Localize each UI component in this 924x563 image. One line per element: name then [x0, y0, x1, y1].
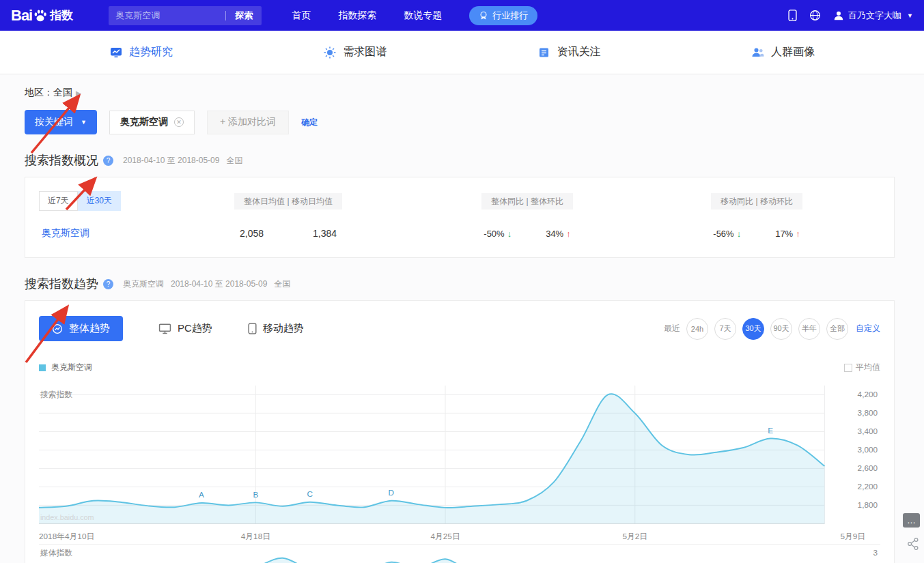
tab-overall-trend[interactable]: 整体趋势 [39, 316, 123, 341]
region-value: 全国 [53, 87, 72, 99]
average-toggle[interactable]: 平均值 [844, 362, 880, 373]
industry-ranking-button[interactable]: 行业排行 [469, 6, 537, 25]
ranking-medal-icon [479, 11, 488, 20]
top-navbar: Bai 指数 探索 首页 指数探索 数说专题 行业排行 [0, 0, 924, 31]
range-30d[interactable]: 30天 [742, 318, 764, 340]
svg-text:4月25日: 4月25日 [430, 532, 460, 540]
baidu-index-logo[interactable]: Bai 指数 [11, 7, 73, 25]
region-selector[interactable]: 地区： 全国 ▶ [25, 87, 924, 99]
nav-index-explore[interactable]: 指数探索 [338, 10, 376, 22]
range-half-year[interactable]: 半年 [798, 318, 820, 340]
subnav-item-trend-research[interactable]: 趋势研究 [109, 45, 173, 59]
search-index-overview-card: 近7天 近30天 整体日均值 | 移动日均值 整体同比 | 整体环比 移动同比 … [25, 177, 895, 258]
tab-last-30-days[interactable]: 近30天 [78, 191, 121, 211]
add-compare-button[interactable]: + 添加对比词 [207, 111, 289, 134]
average-checkbox[interactable] [844, 364, 852, 372]
svg-text:5月9日: 5月9日 [840, 532, 865, 540]
tab-mobile-trend[interactable]: 移动趋势 [248, 322, 304, 335]
subnav-label: 趋势研究 [129, 45, 173, 59]
range-7d[interactable]: 7天 [714, 318, 736, 340]
trend-date-range: 2018-04-10 至 2018-05-09 [171, 278, 267, 290]
tab-pc-trend[interactable]: PC趋势 [158, 322, 212, 335]
help-icon[interactable]: ? [103, 279, 113, 289]
trend-research-icon [109, 46, 123, 59]
subnav-item-news-watch[interactable]: 资讯关注 [537, 45, 601, 59]
overview-title-row: 搜索指数概况 ? 2018-04-10 至 2018-05-09 全国 [25, 152, 924, 169]
svg-text:5月2日: 5月2日 [622, 532, 647, 540]
nav-data-topics[interactable]: 数说专题 [404, 10, 442, 22]
audience-profile-icon [751, 46, 765, 59]
user-menu[interactable]: 百乃文字大咖 ▼ [833, 10, 913, 22]
chevron-down-icon: ▼ [81, 119, 87, 126]
subnav-item-audience-profile[interactable]: 人群画像 [751, 45, 815, 59]
user-avatar-icon [833, 10, 844, 21]
column-header-daily-avg: 整体日均值 | 移动日均值 [141, 194, 435, 207]
overall-mom-value: 34% [546, 229, 563, 239]
daily-avg-values: 2,058 1,384 [141, 228, 435, 239]
confirm-button[interactable]: 确定 [301, 117, 318, 128]
pc-monitor-icon [158, 323, 171, 334]
demand-graph-icon [323, 46, 337, 59]
range-all[interactable]: 全部 [826, 318, 848, 340]
trend-keyword: 奥克斯空调 [123, 278, 164, 290]
svg-text:1,800: 1,800 [858, 500, 878, 509]
down-arrow-icon: ↓ [737, 229, 742, 239]
legend-swatch [39, 364, 46, 371]
username: 百乃文字大咖 [848, 10, 901, 22]
svg-text:3,800: 3,800 [858, 408, 878, 417]
share-nodes-icon [908, 538, 919, 550]
share-button[interactable] [908, 538, 919, 553]
search-button[interactable]: 探索 [226, 10, 262, 22]
overview-title: 搜索指数概况 [25, 152, 98, 169]
svg-text:2018年4月10日: 2018年4月10日 [39, 532, 94, 540]
keyword-tag-label: 奥克斯空调 [120, 116, 168, 128]
subnav-label: 人群画像 [771, 45, 815, 59]
down-arrow-icon: ↓ [507, 229, 512, 239]
overall-daily-avg-value: 2,058 [240, 228, 264, 239]
svg-text:D: D [388, 488, 394, 497]
mobile-phone-icon [248, 323, 257, 334]
tab-label: PC趋势 [178, 322, 212, 335]
range-24h[interactable]: 24h [686, 318, 708, 340]
help-icon[interactable]: ? [103, 156, 113, 166]
industry-ranking-label: 行业排行 [492, 10, 528, 22]
overall-compare-values: -50%↓ 34%↑ [435, 229, 619, 239]
nav-home[interactable]: 首页 [292, 10, 311, 22]
svg-text:2,600: 2,600 [858, 463, 878, 472]
up-arrow-icon: ↑ [566, 229, 571, 239]
range-90d[interactable]: 90天 [770, 318, 792, 340]
recent-label: 最近 [664, 323, 680, 334]
column-header-overall-compare: 整体同比 | 整体环比 [435, 194, 619, 207]
overview-region: 全国 [226, 155, 242, 167]
keyword-mode-button[interactable]: 按关键词 ▼ [25, 110, 97, 134]
keyword-tag[interactable]: 奥克斯空调 ✕ [109, 111, 195, 134]
remove-keyword-icon[interactable]: ✕ [174, 117, 184, 127]
search-input[interactable] [109, 10, 225, 20]
overview-keyword-link[interactable]: 奥克斯空调 [25, 227, 141, 240]
mobile-app-icon[interactable] [788, 9, 797, 22]
subnav-item-demand-graph[interactable]: 需求图谱 [323, 45, 387, 59]
trend-title-row: 搜索指数趋势 ? 奥克斯空调 2018-04-10 至 2018-05-09 全… [25, 276, 924, 292]
logo-text-bai: Bai [11, 7, 32, 25]
svg-text:A: A [199, 490, 204, 499]
chevron-down-icon: ▼ [907, 12, 913, 19]
overall-trend-icon [52, 323, 63, 334]
svg-text:4月18日: 4月18日 [241, 532, 270, 540]
divider [39, 544, 880, 545]
search-index-chart[interactable]: 1,8002,2002,6003,0003,4003,8004,200ABCDE… [39, 381, 882, 543]
svg-text:4,200: 4,200 [858, 390, 878, 399]
tab-last-7-days[interactable]: 近7天 [39, 191, 78, 211]
globe-icon[interactable] [809, 10, 821, 21]
average-label: 平均值 [856, 362, 880, 373]
media-index-chart[interactable]: 媒体指数3 [39, 547, 882, 563]
overview-period-tabs: 近7天 近30天 [39, 191, 141, 211]
svg-text:index.baidu.com: index.baidu.com [40, 513, 94, 521]
feedback-button[interactable]: … [903, 513, 920, 528]
svg-text:3: 3 [873, 548, 878, 557]
chart-legend-row: 奥克斯空调 平均值 [39, 362, 880, 373]
svg-text:E: E [768, 426, 773, 435]
custom-range-link[interactable]: 自定义 [856, 323, 880, 334]
top-nav: 首页 指数探索 数说专题 行业排行 [292, 6, 537, 25]
up-arrow-icon: ↑ [796, 229, 800, 239]
svg-text:B: B [253, 490, 258, 499]
